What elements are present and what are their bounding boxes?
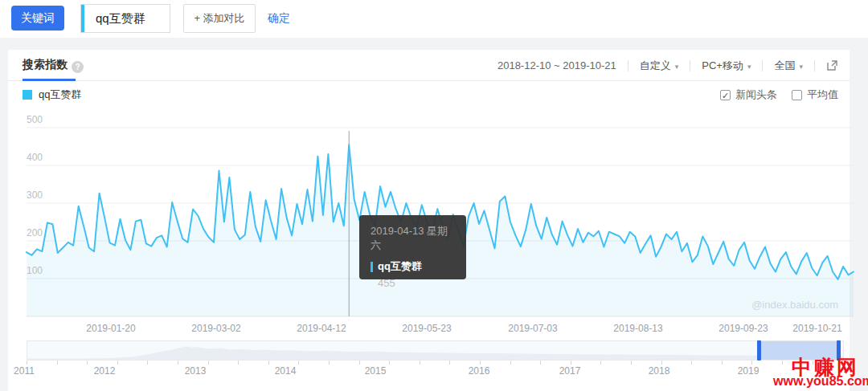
y-axis-tick-label: 200	[27, 227, 43, 238]
header-separator	[814, 60, 815, 71]
chevron-down-icon: ▾	[747, 63, 751, 71]
legend-item[interactable]: qq互赞群	[23, 88, 81, 102]
filter-dropdown-device[interactable]: PC+移动▾	[702, 59, 751, 73]
toggle-label: 新闻头条	[735, 88, 777, 102]
tab-search-index[interactable]: 搜索指数?	[23, 58, 84, 73]
add-compare-button[interactable]: + 添加对比	[183, 4, 256, 33]
timeline-year-label: 2018	[637, 365, 682, 377]
timeline-year-label: 2014	[263, 365, 308, 377]
x-axis-tick-label: 2019-01-20	[75, 323, 147, 334]
y-axis-tick-label: 100	[27, 265, 43, 276]
y-axis-tick-label: 400	[27, 152, 43, 163]
toggle-label: 平均值	[807, 88, 838, 102]
timeline-handle-left[interactable]	[757, 340, 761, 360]
tab-label: 搜索指数	[23, 58, 68, 71]
legend-row: qq互赞群 ✓新闻头条平均值	[8, 81, 850, 108]
chart-toggles: ✓新闻头条平均值	[720, 88, 838, 102]
filter-dropdown-region[interactable]: 全国▾	[774, 59, 803, 73]
confirm-link[interactable]: 确定	[268, 11, 290, 26]
x-axis-tick-label: 2019-10-21	[781, 323, 854, 334]
tooltip-series-name: qq互赞群	[378, 259, 422, 274]
chart-watermark: @index.baidu.com	[751, 299, 838, 311]
header-separator	[690, 60, 690, 71]
header-separator	[762, 60, 763, 71]
x-axis-tick-label: 2019-09-23	[707, 323, 780, 334]
tooltip-value: 455	[378, 277, 455, 289]
timeline-mini-chart	[27, 341, 843, 360]
date-range: 2018-12-10 ~ 2019-10-21	[497, 59, 616, 71]
y-axis-tick-label: 500	[27, 114, 43, 125]
timeline-ticks	[27, 360, 844, 365]
keyword-button[interactable]: 关键词	[11, 6, 64, 31]
keyword-accent-bar	[81, 5, 84, 32]
tooltip-date: 2019-04-13 星期六	[371, 224, 455, 253]
x-axis-tick-label: 2019-05-23	[391, 323, 463, 334]
topbar: 关键词 qq互赞群 + 添加对比 确定	[0, 0, 868, 38]
checkbox-icon: ✓	[720, 90, 731, 100]
keyword-input-value: qq互赞群	[96, 11, 145, 26]
timeline-year-label: 2015	[353, 365, 398, 377]
legend-series-label: qq互赞群	[39, 88, 81, 102]
y-axis-tick-label: 300	[27, 189, 43, 201]
chart-filters: 2018-12-10 ~ 2019-10-21 自定义▾PC+移动▾全国▾	[497, 50, 838, 81]
site-watermark-url: www.you85.com	[773, 374, 868, 389]
timeline-year-label: 2013	[173, 365, 218, 377]
toggle-average[interactable]: 平均值	[792, 88, 838, 102]
x-axis-tick-label: 2019-07-03	[497, 323, 569, 334]
legend-color-swatch	[23, 90, 32, 100]
chart-tooltip: 2019-04-13 星期六 qq互赞群 455	[359, 215, 466, 279]
external-link-icon[interactable]	[826, 59, 838, 71]
x-axis-tick-label: 2019-03-02	[180, 323, 252, 334]
help-icon[interactable]: ?	[72, 61, 84, 73]
checkbox-icon	[792, 90, 802, 100]
timeline-year-label: 2011	[2, 365, 47, 377]
timeline-year-label: 2017	[547, 365, 592, 377]
tooltip-series-marker	[371, 262, 373, 272]
x-axis-tick-label: 2019-08-13	[602, 323, 674, 334]
chevron-down-icon: ▾	[675, 63, 679, 71]
timeline-year-label: 2012	[82, 365, 127, 377]
timeline-year-label: 2019	[726, 365, 771, 377]
header-separator	[628, 60, 628, 71]
timeline-year-label: 2016	[457, 365, 502, 377]
chevron-down-icon: ▾	[799, 63, 803, 71]
keyword-input[interactable]: qq互赞群	[80, 4, 170, 33]
panel-header: 搜索指数? 2018-12-10 ~ 2019-10-21 自定义▾PC+移动▾…	[8, 50, 850, 81]
x-axis-tick-label: 2019-04-12	[285, 323, 358, 334]
filter-dropdown-daterange-mode[interactable]: 自定义▾	[640, 59, 679, 73]
toggle-news-headlines[interactable]: ✓新闻头条	[720, 88, 777, 102]
